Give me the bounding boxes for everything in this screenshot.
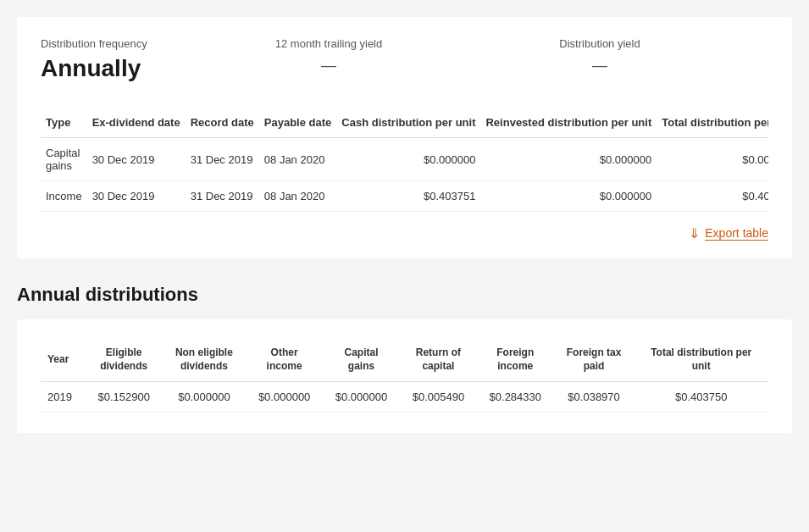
- dist-freq-value: Annually: [41, 55, 193, 82]
- annual-col-foreign-tax: Foreign taxpaid: [554, 340, 634, 382]
- annual-cell-eligible-div: $0.152900: [86, 382, 163, 413]
- trailing-yield-label: 12 month trailing yield: [261, 37, 396, 50]
- cell-total-dist: $0.403751: [657, 181, 768, 212]
- table-row: Capital gains 30 Dec 2019 31 Dec 2019 08…: [41, 138, 768, 181]
- col-record-date: Record date: [186, 109, 259, 138]
- distribution-yield-block: Distribution yield —: [532, 37, 668, 75]
- col-cash-dist: Cash distribution per unit: [336, 109, 480, 138]
- annual-cell-capital-gains: $0.000000: [323, 382, 400, 413]
- distribution-table-wrapper: Type Ex-dividend date Record date Payabl…: [41, 109, 768, 212]
- col-total-dist: Total distribution per unit: [657, 109, 768, 138]
- dist-freq-label: Distribution frequency: [41, 37, 193, 50]
- cell-cash-dist: $0.403751: [336, 181, 480, 212]
- annual-cell-return-capital: $0.005490: [400, 382, 477, 413]
- annual-col-non-eligible-div: Non eligibledividends: [163, 340, 247, 382]
- cell-record-date: 31 Dec 2019: [186, 138, 259, 181]
- annual-col-eligible-div: Eligibledividends: [86, 340, 163, 382]
- annual-cell-year: 2019: [41, 382, 86, 413]
- cell-type: Capital gains: [41, 138, 87, 181]
- cell-type: Income: [41, 181, 87, 212]
- export-table-link[interactable]: Export table: [705, 226, 768, 241]
- annual-col-return-capital: Return ofcapital: [400, 340, 477, 382]
- trailing-yield-value: —: [261, 57, 396, 75]
- cell-ex-date: 30 Dec 2019: [87, 138, 186, 181]
- annual-cell-total-dist: $0.403750: [634, 382, 768, 413]
- col-reinvested-dist: Reinvested distribution per unit: [480, 109, 657, 138]
- annual-col-capital-gains: Capitalgains: [323, 340, 400, 382]
- annual-table-row: 2019 $0.152900 $0.000000 $0.000000 $0.00…: [41, 382, 768, 413]
- cell-reinvested-dist: $0.000000: [480, 138, 657, 181]
- annual-col-year: Year: [41, 340, 86, 382]
- table-row: Income 30 Dec 2019 31 Dec 2019 08 Jan 20…: [41, 181, 768, 212]
- annual-title: Annual distributions: [0, 284, 809, 306]
- distribution-yield-value: —: [532, 57, 668, 75]
- table-header-row: Type Ex-dividend date Record date Payabl…: [41, 109, 768, 138]
- export-icon: ⇓: [689, 225, 700, 241]
- col-type: Type: [41, 109, 87, 138]
- distribution-yield-label: Distribution yield: [532, 37, 668, 50]
- distribution-header: Distribution frequency Annually 12 month…: [41, 37, 768, 82]
- annual-cell-foreign-tax: $0.038970: [554, 382, 634, 413]
- col-ex-date: Ex-dividend date: [87, 109, 186, 138]
- annual-cell-other-income: $0.000000: [246, 382, 323, 413]
- cell-payable-date: 08 Jan 2020: [259, 138, 337, 181]
- annual-col-total-dist: Total distribution perunit: [634, 340, 768, 382]
- distribution-frequency-block: Distribution frequency Annually: [41, 37, 193, 82]
- annual-table: Year Eligibledividends Non eligibledivid…: [41, 340, 768, 413]
- annual-header-row: Year Eligibledividends Non eligibledivid…: [41, 340, 768, 382]
- cell-cash-dist: $0.000000: [336, 138, 480, 181]
- cell-ex-date: 30 Dec 2019: [87, 181, 186, 212]
- annual-table-body: 2019 $0.152900 $0.000000 $0.000000 $0.00…: [41, 382, 768, 413]
- cell-payable-date: 08 Jan 2020: [259, 181, 337, 212]
- col-payable-date: Payable date: [259, 109, 337, 138]
- distribution-table-body: Capital gains 30 Dec 2019 31 Dec 2019 08…: [41, 138, 768, 212]
- main-container: Distribution frequency Annually 12 month…: [0, 0, 809, 532]
- cell-record-date: 31 Dec 2019: [186, 181, 259, 212]
- distribution-table: Type Ex-dividend date Record date Payabl…: [41, 109, 768, 212]
- annual-section: Year Eligibledividends Non eligibledivid…: [17, 319, 792, 433]
- trailing-yield-block: 12 month trailing yield —: [261, 37, 396, 75]
- annual-cell-non-eligible-div: $0.000000: [163, 382, 247, 413]
- export-row: ⇓ Export table: [41, 225, 768, 241]
- cell-reinvested-dist: $0.000000: [480, 181, 657, 212]
- cell-total-dist: $0.000000: [657, 138, 768, 181]
- distribution-card: Distribution frequency Annually 12 month…: [17, 17, 792, 258]
- annual-table-wrapper: Year Eligibledividends Non eligibledivid…: [41, 340, 768, 413]
- annual-cell-foreign-income: $0.284330: [477, 382, 554, 413]
- annual-col-other-income: Otherincome: [246, 340, 323, 382]
- annual-col-foreign-income: Foreignincome: [477, 340, 554, 382]
